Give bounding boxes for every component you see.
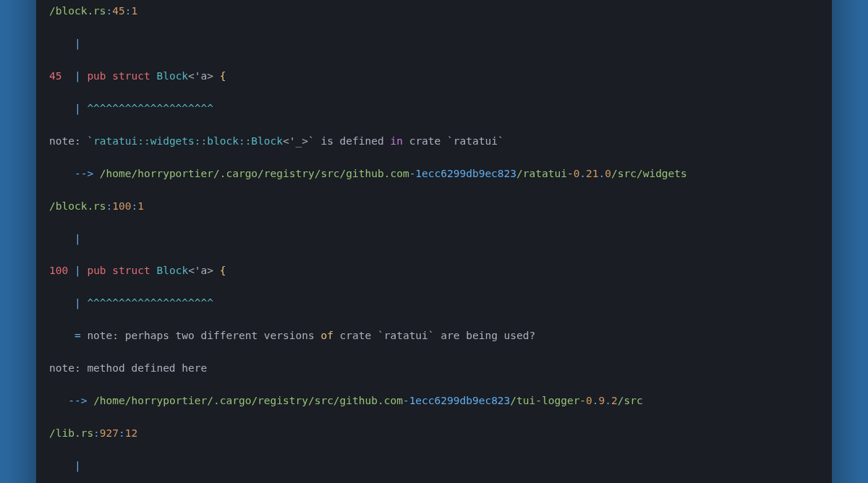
line-number: 45 [49, 70, 61, 82]
gutter-pipe: | [49, 35, 819, 51]
gutter-pipe: | [49, 231, 819, 247]
src-arrow-3: --> /home/horryportier/.cargo/registry/s… [49, 393, 819, 409]
underline-45: | ^^^^^^^^^^^^^^^^^^^^ [49, 101, 819, 116]
src-arrow-2: --> /home/horryportier/.cargo/registry/s… [49, 166, 819, 181]
note-line-3: note: method defined here [49, 360, 819, 376]
src-arrow-2b: /block.rs:100:1 [49, 198, 819, 214]
terminal-window: note: `ratatui::widgets::Block<'_>` is d… [36, 0, 832, 483]
line-number: 100 [49, 265, 68, 276]
arrow-icon: --> [75, 168, 93, 179]
terminal-output: note: `ratatui::widgets::Block<'_>` is d… [36, 0, 832, 483]
underline-100: | ^^^^^^^^^^^^^^^^^^^^ [49, 295, 819, 311]
src-arrow-3b: /lib.rs:927:12 [49, 425, 819, 441]
code-line-100: 100 | pub struct Block<'a> { [49, 262, 819, 278]
note-line-2: note: `ratatui::widgets::block::Block<'_… [49, 133, 819, 149]
src-arrow-1b: /block.rs:45:1 [49, 3, 819, 19]
code-line-45: 45 | pub struct Block<'a> { [49, 68, 819, 84]
arrow-icon: --> [68, 395, 87, 406]
hint-line: = note: perhaps two different versions o… [49, 328, 819, 343]
gutter-pipe: | [49, 458, 819, 474]
